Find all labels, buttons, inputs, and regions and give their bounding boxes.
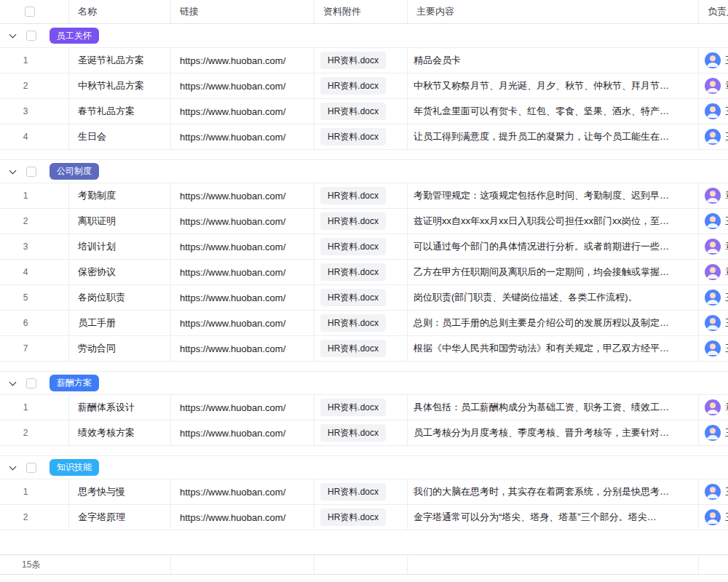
chevron-down-icon[interactable] <box>9 32 17 39</box>
owner-cell[interactable]: 三 <box>699 420 728 445</box>
owner-cell[interactable]: 三 <box>699 99 728 124</box>
name-cell[interactable]: 员工手册 <box>69 311 171 335</box>
column-header-content[interactable]: 主要内容 <box>408 0 699 23</box>
owner-cell[interactable]: 章 <box>699 234 728 259</box>
owner-cell[interactable]: 章 <box>699 73 728 98</box>
attachment-cell[interactable]: HR资料.docx <box>314 479 408 504</box>
attachment-pill[interactable]: HR资料.docx <box>320 340 386 357</box>
link-cell[interactable]: https://www.huoban.com/ <box>171 420 314 445</box>
link-cell[interactable]: https://www.huoban.com/ <box>171 124 314 149</box>
attachment-cell[interactable]: HR资料.docx <box>314 285 408 310</box>
attachment-cell[interactable]: HR资料.docx <box>314 260 408 284</box>
name-cell[interactable]: 金字塔原理 <box>69 505 171 530</box>
link-cell[interactable]: https://www.huoban.com/ <box>171 234 314 259</box>
link-cell[interactable]: https://www.huoban.com/ <box>171 285 314 310</box>
name-cell[interactable]: 考勤制度 <box>69 183 171 208</box>
chevron-down-icon[interactable] <box>9 168 17 175</box>
link-cell[interactable]: https://www.huoban.com/ <box>171 183 314 208</box>
content-cell[interactable]: 乙方在甲方任职期间及离职后的一定期间，均会接触或掌握… <box>408 260 699 284</box>
column-header-link[interactable]: 链接 <box>171 0 314 23</box>
owner-cell[interactable]: 三 <box>699 209 728 234</box>
attachment-cell[interactable]: HR资料.docx <box>314 99 408 124</box>
content-cell[interactable]: 金字塔通常可以分为“塔尖、塔身、塔基”三个部分。塔尖… <box>408 505 699 530</box>
owner-cell[interactable]: 章 <box>699 395 728 420</box>
link-cell[interactable]: https://www.huoban.com/ <box>171 479 314 504</box>
attachment-cell[interactable]: HR资料.docx <box>314 73 408 98</box>
link-cell[interactable]: https://www.huoban.com/ <box>171 99 314 124</box>
group-badge[interactable]: 员工关怀 <box>50 28 99 44</box>
content-cell[interactable]: 年货礼盒里面可以有贺卡、红包、零食、坚果、酒水、特产… <box>408 99 699 124</box>
attachment-cell[interactable]: HR资料.docx <box>314 420 408 445</box>
group-badge[interactable]: 知识技能 <box>50 459 99 475</box>
attachment-cell[interactable]: HR资料.docx <box>314 395 408 420</box>
select-all-checkbox[interactable] <box>25 7 35 17</box>
group-checkbox[interactable] <box>26 463 36 473</box>
content-cell[interactable]: 考勤管理规定：这项规定包括作息时间、考勤制度、迟到早… <box>408 183 699 208</box>
owner-cell[interactable]: 三 <box>699 124 728 149</box>
column-header-attachment[interactable]: 资料附件 <box>314 0 408 23</box>
chevron-down-icon[interactable] <box>9 464 17 471</box>
attachment-pill[interactable]: HR资料.docx <box>320 509 386 526</box>
name-cell[interactable]: 圣诞节礼品方案 <box>69 48 171 73</box>
name-cell[interactable]: 各岗位职责 <box>69 285 171 310</box>
attachment-cell[interactable]: HR资料.docx <box>314 183 408 208</box>
name-cell[interactable]: 劳动合同 <box>69 336 171 361</box>
group-checkbox[interactable] <box>26 167 36 177</box>
attachment-pill[interactable]: HR资料.docx <box>320 128 386 146</box>
owner-cell[interactable]: 三 <box>699 479 728 504</box>
attachment-pill[interactable]: HR资料.docx <box>320 424 386 442</box>
name-cell[interactable]: 离职证明 <box>69 209 171 234</box>
content-cell[interactable]: 我们的大脑在思考时，其实存在着两套系统，分别是快思考… <box>408 479 699 504</box>
name-cell[interactable]: 薪酬体系设计 <box>69 395 171 420</box>
owner-cell[interactable]: 章 <box>699 260 728 284</box>
attachment-pill[interactable]: HR资料.docx <box>320 263 386 281</box>
content-cell[interactable]: 可以通过每个部门的具体情况进行分析。或者前期进行一些… <box>408 234 699 259</box>
name-cell[interactable]: 中秋节礼品方案 <box>69 73 171 98</box>
content-cell[interactable]: 岗位职责(部门职责、关键岗位描述、各类工作流程)。 <box>408 285 699 310</box>
link-cell[interactable]: https://www.huoban.com/ <box>171 48 314 73</box>
attachment-cell[interactable]: HR资料.docx <box>314 209 408 234</box>
owner-cell[interactable]: 三 <box>699 285 728 310</box>
attachment-pill[interactable]: HR资料.docx <box>320 289 386 306</box>
link-cell[interactable]: https://www.huoban.com/ <box>171 395 314 420</box>
name-cell[interactable]: 保密协议 <box>69 260 171 284</box>
group-badge[interactable]: 薪酬方案 <box>50 375 99 391</box>
attachment-pill[interactable]: HR资料.docx <box>320 187 386 204</box>
group-checkbox[interactable] <box>26 378 36 388</box>
content-cell[interactable]: 让员工得到满意度，提升员工的凝聚力，让每个员工能生在… <box>408 124 699 149</box>
owner-cell[interactable]: 章 <box>699 183 728 208</box>
link-cell[interactable]: https://www.huoban.com/ <box>171 505 314 530</box>
attachment-pill[interactable]: HR资料.docx <box>320 77 386 95</box>
content-cell[interactable]: 中秋节又称祭月节、月光诞、月夕、秋节、仲秋节、拜月节… <box>408 73 699 98</box>
owner-cell[interactable]: 三 <box>699 336 728 361</box>
link-cell[interactable]: https://www.huoban.com/ <box>171 73 314 98</box>
attachment-pill[interactable]: HR资料.docx <box>320 399 386 416</box>
link-cell[interactable]: https://www.huoban.com/ <box>171 336 314 361</box>
name-cell[interactable]: 思考快与慢 <box>69 479 171 504</box>
attachment-pill[interactable]: HR资料.docx <box>320 52 386 69</box>
name-cell[interactable]: 绩效考核方案 <box>69 420 171 445</box>
attachment-cell[interactable]: HR资料.docx <box>314 336 408 361</box>
attachment-pill[interactable]: HR资料.docx <box>320 212 386 230</box>
attachment-cell[interactable]: HR资料.docx <box>314 48 408 73</box>
attachment-cell[interactable]: HR资料.docx <box>314 124 408 149</box>
link-cell[interactable]: https://www.huoban.com/ <box>171 209 314 234</box>
owner-cell[interactable]: 三 <box>699 311 728 335</box>
link-cell[interactable]: https://www.huoban.com/ <box>171 260 314 284</box>
chevron-down-icon[interactable] <box>9 380 17 387</box>
attachment-cell[interactable]: HR资料.docx <box>314 311 408 335</box>
name-cell[interactable]: 培训计划 <box>69 234 171 259</box>
column-header-name[interactable]: 名称 <box>69 0 171 23</box>
attachment-cell[interactable]: HR资料.docx <box>314 505 408 530</box>
attachment-pill[interactable]: HR资料.docx <box>320 238 386 255</box>
column-header-owner[interactable]: 负责人 <box>699 0 728 23</box>
content-cell[interactable]: 具体包括：员工薪酬构成分为基础工资、职务工资、绩效工… <box>408 395 699 420</box>
name-cell[interactable]: 春节礼品方案 <box>69 99 171 124</box>
content-cell[interactable]: 兹证明xx自xx年xx月xx日入职我公司担任xx部门xx岗位，至… <box>408 209 699 234</box>
owner-cell[interactable]: 三 <box>699 48 728 73</box>
group-checkbox[interactable] <box>26 31 36 41</box>
attachment-pill[interactable]: HR资料.docx <box>320 103 386 120</box>
content-cell[interactable]: 总则：员工手册的总则主要是介绍公司的发展历程以及制定… <box>408 311 699 335</box>
name-cell[interactable]: 生日会 <box>69 124 171 149</box>
attachment-cell[interactable]: HR资料.docx <box>314 234 408 259</box>
